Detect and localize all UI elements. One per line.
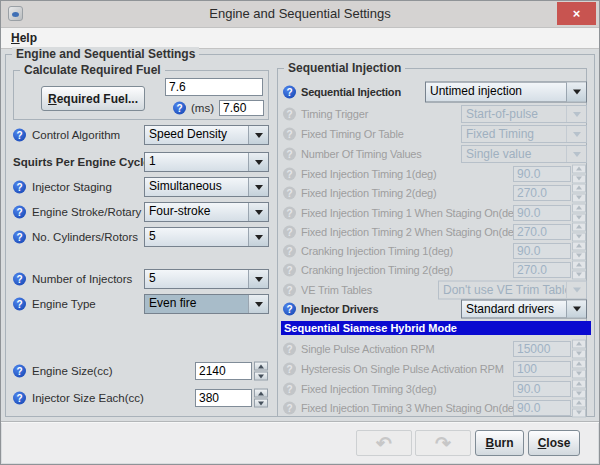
window-title: Engine and Sequential Settings [1,1,599,27]
sequential-injection-select[interactable]: Untimed injection [425,81,587,102]
burn-button[interactable]: Burn [475,430,524,456]
help-icon: ? [283,244,296,257]
spinner-up-button [572,339,586,348]
cranking-injection-timing-1-spinner [572,241,586,260]
cranking-injection-timing-2-spinner [572,260,586,279]
fixed-injection-timing-2-staging-spinner [572,222,586,241]
help-icon: ? [283,342,296,355]
close-window-button[interactable]: × [557,2,596,25]
spinner-up-button [572,164,586,173]
row-fixed-injection-timing-3: ? Fixed Injection Timing 3(deg) [1,380,600,397]
sequential-injection-value: Untimed injection [426,82,566,101]
help-icon: ? [283,148,296,161]
fixed-injection-timing-1-staging-input [513,205,571,221]
spinner-down-button [572,174,586,183]
spinner-up-button [572,398,586,407]
ve-trim-tables-select: Don't use VE Trim Tables [438,280,587,299]
fixed-injection-timing-3-spinner [572,379,586,398]
spinner-down-button [572,251,586,260]
chevron-down-icon [566,146,586,162]
help-icon: ? [283,206,296,219]
redo-button: ↷ [415,430,471,456]
spinner-down-button [572,270,586,279]
help-icon[interactable]: ? [283,302,296,315]
fixed-injection-timing-1-spinner [572,164,586,183]
row-fixed-timing-or-table: ? Fixed Timing Or Table Fixed Timing [1,125,600,143]
help-icon: ? [283,401,296,414]
timing-trigger-label: Timing Trigger [301,108,368,120]
menu-help[interactable]: Help [11,28,37,48]
sequential-injection-group-title: Sequential Injection [284,61,405,75]
row-fixed-injection-timing-3-staging: ? Fixed Injection Timing 3 When Staging … [1,399,600,416]
fixed-injection-timing-2-staging-input [513,224,571,240]
ve-trim-tables-value: Don't use VE Trim Tables [439,281,566,298]
spinner-down-button [572,349,586,358]
injector-drivers-select[interactable]: Standard drivers [461,299,587,318]
burn-button-label: Burn [485,436,513,450]
help-icon[interactable]: ? [283,85,296,98]
help-icon: ? [283,186,296,199]
cranking-injection-timing-1-label: Cranking Injection Timing 1(deg) [301,245,453,257]
spinner-down-button [572,389,586,398]
row-fixed-injection-timing-2-staging: ? Fixed Injection Timing 2 When Staging … [1,223,600,240]
fixed-injection-timing-3-input [513,381,571,397]
cranking-injection-timing-1-input [513,243,571,259]
spinner-down-button [572,213,586,222]
spinner-up-button [572,260,586,269]
number-of-timing-values-value: Single value [462,146,566,162]
cranking-injection-timing-2-label: Cranking Injection Timing 2(deg) [301,264,453,276]
close-button[interactable]: Close [528,430,580,456]
undo-icon: ↶ [376,434,392,453]
row-number-of-timing-values: ? Number Of Timing Values Single value [1,145,600,163]
spinner-up-button [572,359,586,368]
fixed-injection-timing-1-staging-label: Fixed Injection Timing 1 When Staging On… [301,207,523,219]
spinner-down-button [572,369,586,378]
fixed-timing-or-table-label: Fixed Timing Or Table [301,128,404,140]
outer-group-title: Engine and Sequential Settings [12,47,199,61]
help-icon: ? [283,263,296,276]
spinner-up-button [572,241,586,250]
hysteresis-single-pulse-spinner [572,359,586,378]
spinner-up-button [572,203,586,212]
row-fixed-injection-timing-1-staging: ? Fixed Injection Timing 1 When Staging … [1,204,600,221]
fixed-injection-timing-3-staging-input [513,400,571,416]
help-icon: ? [283,128,296,141]
fixed-injection-timing-3-staging-label: Fixed Injection Timing 3 When Staging On… [301,402,523,414]
row-sequential-injection: ? Sequential Injection Untimed injection [1,81,600,102]
help-icon: ? [283,283,296,296]
chevron-down-icon [566,82,586,101]
chevron-down-icon [566,106,586,122]
fixed-injection-timing-1-label: Fixed Injection Timing 1(deg) [301,168,436,180]
fixed-injection-timing-3-label: Fixed Injection Timing 3(deg) [301,383,436,395]
spinner-down-button [572,232,586,241]
fixed-injection-timing-2-label: Fixed Injection Timing 2(deg) [301,187,436,199]
help-icon: ? [283,382,296,395]
fixed-injection-timing-3-staging-spinner [572,398,586,417]
row-injector-drivers: ? Injector Drivers Standard drivers [1,299,600,318]
spinner-down-button [572,193,586,202]
ve-trim-tables-label: VE Trim Tables [301,284,372,296]
cranking-injection-timing-2-input [513,262,571,278]
row-ve-trim-tables: ? VE Trim Tables Don't use VE Trim Table… [1,280,600,299]
single-pulse-activation-rpm-input [513,341,571,357]
help-icon: ? [283,108,296,121]
fixed-timing-or-table-select: Fixed Timing [461,125,587,143]
fixed-injection-timing-2-input [513,185,571,201]
fixed-injection-timing-2-spinner [572,183,586,202]
help-icon: ? [283,167,296,180]
number-of-timing-values-select: Single value [461,145,587,163]
title-bar[interactable]: Engine and Sequential Settings × [1,1,599,28]
single-pulse-activation-rpm-spinner [572,339,586,358]
row-cranking-injection-timing-2: ? Cranking Injection Timing 2(deg) [1,261,600,278]
redo-icon: ↷ [435,434,451,453]
footer-bar: ↶ ↷ Burn Close [2,423,598,463]
timing-trigger-select: Start-of-pulse [461,105,587,123]
close-button-label: Close [538,436,571,450]
spinner-down-button [572,408,586,417]
timing-trigger-value: Start-of-pulse [462,106,566,122]
fixed-injection-timing-1-input [513,166,571,182]
spinner-up-button [572,379,586,388]
injector-drivers-label: Injector Drivers [301,303,379,315]
fixed-injection-timing-2-staging-label: Fixed Injection Timing 2 When Staging On… [301,226,523,238]
fixed-timing-or-table-value: Fixed Timing [462,126,566,142]
